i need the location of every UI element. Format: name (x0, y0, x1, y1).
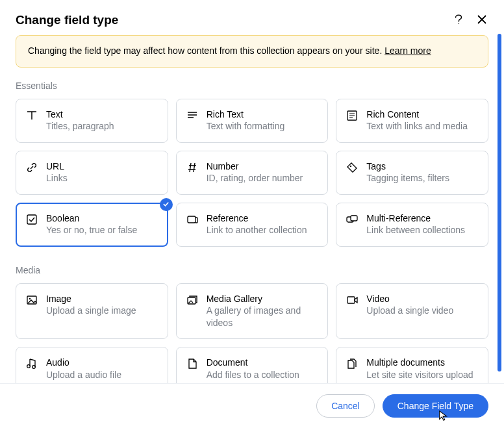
field-type-card[interactable]: NumberID, rating, order number (176, 151, 329, 195)
reference-icon (186, 213, 199, 226)
section-label: Media (16, 265, 488, 275)
rich-content-icon (346, 109, 359, 122)
url-icon (25, 161, 38, 174)
field-type-desc: ID, rating, order number (207, 172, 319, 184)
field-type-desc: Let site site visitors upload files to a… (366, 369, 479, 383)
field-type-card[interactable]: Multi-ReferenceLink between collections (336, 203, 488, 247)
field-type-desc: Upload a single image (46, 305, 158, 317)
field-type-desc: Titles, paragraph (46, 120, 158, 132)
field-type-title: Tags (366, 160, 479, 173)
field-type-card[interactable]: Rich TextText with formatting (176, 99, 329, 143)
field-type-card[interactable]: BooleanYes or no, true or false (16, 203, 168, 247)
field-type-card[interactable]: TextTitles, paragraph (16, 99, 168, 143)
field-type-card[interactable]: Multiple documentsLet site site visitors… (336, 347, 488, 383)
field-type-title: Number (207, 160, 319, 173)
selected-check-icon (160, 198, 173, 211)
field-type-desc: Text with formatting (207, 120, 319, 132)
field-type-title: Multiple documents (366, 357, 479, 369)
field-type-card[interactable]: TagsTagging items, filters (336, 151, 488, 195)
field-type-desc: Upload a single video (366, 305, 479, 317)
multi-reference-icon (346, 213, 359, 226)
audio-icon (25, 357, 38, 370)
field-type-desc: Link between collections (366, 224, 479, 236)
field-type-desc: Yes or no, true or false (46, 224, 158, 236)
field-type-desc: Links (46, 172, 158, 184)
cancel-button[interactable]: Cancel (316, 394, 375, 418)
field-type-title: Rich Text (207, 108, 319, 121)
field-type-title: URL (46, 160, 158, 173)
field-type-title: Reference (207, 212, 319, 225)
confirm-button[interactable]: Change Field Type (383, 394, 488, 418)
field-type-title: Text (46, 108, 158, 121)
tags-icon (346, 161, 359, 174)
scrollbar[interactable] (498, 34, 501, 371)
learn-more-link[interactable]: Learn more (384, 45, 431, 56)
document-icon (186, 357, 199, 370)
field-type-title: Rich Content (366, 108, 479, 121)
field-type-card[interactable]: DocumentAdd files to a collection (176, 347, 329, 383)
number-icon (186, 161, 199, 174)
field-type-desc: Upload a audio file (46, 369, 158, 381)
field-type-desc: Add files to a collection (207, 369, 319, 381)
field-type-card[interactable]: Rich ContentText with links and media (336, 99, 488, 143)
field-type-title: Document (207, 357, 319, 369)
text-icon (25, 109, 38, 122)
field-type-card[interactable]: Media GalleryA gallery of images and vid… (176, 283, 329, 340)
media-gallery-icon (186, 294, 199, 307)
field-type-card[interactable]: ImageUpload a single image (16, 283, 168, 340)
field-type-title: Audio (46, 357, 158, 369)
field-type-card[interactable]: VideoUpload a single video (336, 283, 488, 340)
field-type-title: Multi-Reference (366, 212, 479, 225)
field-type-desc: Tagging items, filters (366, 172, 479, 184)
svg-point-0 (459, 23, 459, 24)
field-type-title: Image (46, 293, 158, 305)
section-label: Essentials (16, 81, 488, 91)
field-type-desc: Link to another collection (207, 224, 319, 236)
field-type-title: Video (366, 293, 479, 305)
help-icon[interactable] (452, 13, 465, 26)
warning-text: Changing the field type may affect how c… (28, 45, 384, 56)
field-type-desc: Text with links and media (366, 120, 479, 132)
field-type-card[interactable]: AudioUpload a audio file (16, 347, 168, 383)
video-icon (346, 294, 359, 307)
field-type-title: Media Gallery (207, 293, 319, 305)
field-type-title: Boolean (46, 212, 158, 225)
multiple-documents-icon (346, 357, 359, 370)
dialog-title: Change field type (16, 13, 118, 27)
field-type-desc: A gallery of images and videos (207, 305, 319, 329)
image-icon (25, 294, 38, 307)
rich-text-icon (186, 109, 199, 122)
close-icon[interactable] (475, 13, 488, 26)
warning-banner: Changing the field type may affect how c… (16, 35, 488, 68)
boolean-icon (25, 213, 38, 226)
field-type-card[interactable]: ReferenceLink to another collection (176, 203, 329, 247)
field-type-card[interactable]: URLLinks (16, 151, 168, 195)
